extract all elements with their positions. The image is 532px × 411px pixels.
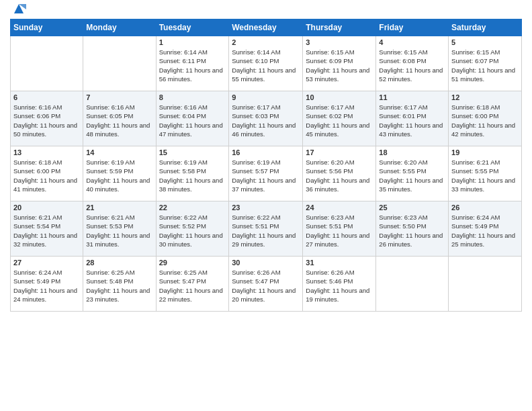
weekday-header: Saturday	[449, 19, 522, 36]
day-number: 15	[159, 148, 226, 156]
day-number: 5	[451, 38, 519, 46]
day-number: 14	[86, 148, 152, 156]
weekday-header: Sunday	[11, 19, 83, 36]
day-number: 13	[13, 148, 80, 156]
day-info: Sunrise: 6:18 AM Sunset: 6:00 PM Dayligh…	[13, 158, 80, 193]
day-number: 3	[306, 38, 373, 46]
day-number: 6	[13, 93, 80, 101]
day-number: 23	[232, 203, 300, 212]
weekday-header: Tuesday	[156, 19, 229, 36]
day-info: Sunrise: 6:15 AM Sunset: 6:09 PM Dayligh…	[306, 48, 373, 83]
day-info: Sunrise: 6:19 AM Sunset: 5:57 PM Dayligh…	[232, 158, 300, 193]
day-info: Sunrise: 6:21 AM Sunset: 5:55 PM Dayligh…	[451, 158, 519, 193]
calendar-cell: 4Sunrise: 6:15 AM Sunset: 6:08 PM Daylig…	[376, 36, 449, 91]
day-info: Sunrise: 6:24 AM Sunset: 5:49 PM Dayligh…	[451, 213, 519, 248]
calendar-cell: 3Sunrise: 6:15 AM Sunset: 6:09 PM Daylig…	[303, 36, 376, 91]
calendar-cell: 12Sunrise: 6:18 AM Sunset: 6:00 PM Dayli…	[449, 91, 522, 146]
day-number: 26	[451, 203, 519, 212]
calendar-cell: 6Sunrise: 6:16 AM Sunset: 6:06 PM Daylig…	[11, 91, 83, 146]
day-info: Sunrise: 6:23 AM Sunset: 5:51 PM Dayligh…	[306, 213, 373, 248]
day-number: 21	[86, 203, 152, 212]
calendar-cell: 11Sunrise: 6:17 AM Sunset: 6:01 PM Dayli…	[376, 91, 449, 146]
day-info: Sunrise: 6:17 AM Sunset: 6:03 PM Dayligh…	[232, 103, 300, 138]
header	[10, 7, 522, 15]
day-number: 2	[232, 38, 300, 46]
calendar-cell: 5Sunrise: 6:15 AM Sunset: 6:07 PM Daylig…	[449, 36, 522, 91]
day-info: Sunrise: 6:19 AM Sunset: 5:58 PM Dayligh…	[159, 158, 226, 193]
calendar-cell: 14Sunrise: 6:19 AM Sunset: 5:59 PM Dayli…	[83, 146, 156, 201]
day-info: Sunrise: 6:21 AM Sunset: 5:53 PM Dayligh…	[86, 213, 152, 248]
weekday-header: Wednesday	[229, 19, 303, 36]
day-info: Sunrise: 6:18 AM Sunset: 6:00 PM Dayligh…	[451, 103, 519, 138]
day-number: 20	[13, 203, 80, 212]
weekday-header: Thursday	[303, 19, 376, 36]
calendar-cell: 1Sunrise: 6:14 AM Sunset: 6:11 PM Daylig…	[156, 36, 229, 91]
day-number: 16	[232, 148, 300, 156]
day-number: 10	[306, 93, 373, 101]
day-number: 28	[86, 259, 152, 267]
calendar-cell: 2Sunrise: 6:14 AM Sunset: 6:10 PM Daylig…	[229, 36, 303, 91]
day-info: Sunrise: 6:15 AM Sunset: 6:07 PM Dayligh…	[451, 48, 519, 83]
calendar-cell: 8Sunrise: 6:16 AM Sunset: 6:04 PM Daylig…	[156, 91, 229, 146]
day-number: 11	[379, 93, 445, 101]
day-number: 27	[13, 259, 80, 267]
day-info: Sunrise: 6:14 AM Sunset: 6:11 PM Dayligh…	[159, 48, 226, 83]
calendar-cell: 28Sunrise: 6:25 AM Sunset: 5:48 PM Dayli…	[83, 257, 156, 312]
day-info: Sunrise: 6:23 AM Sunset: 5:50 PM Dayligh…	[379, 213, 445, 248]
calendar-cell: 21Sunrise: 6:21 AM Sunset: 5:53 PM Dayli…	[83, 201, 156, 257]
calendar-header-row: SundayMondayTuesdayWednesdayThursdayFrid…	[11, 19, 522, 36]
day-info: Sunrise: 6:24 AM Sunset: 5:49 PM Dayligh…	[13, 268, 80, 304]
day-info: Sunrise: 6:22 AM Sunset: 5:52 PM Dayligh…	[159, 213, 226, 248]
day-info: Sunrise: 6:26 AM Sunset: 5:47 PM Dayligh…	[232, 268, 300, 304]
calendar-cell: 22Sunrise: 6:22 AM Sunset: 5:52 PM Dayli…	[156, 201, 229, 257]
calendar-cell: 16Sunrise: 6:19 AM Sunset: 5:57 PM Dayli…	[229, 146, 303, 201]
calendar-cell: 31Sunrise: 6:26 AM Sunset: 5:46 PM Dayli…	[303, 257, 376, 312]
calendar-cell: 19Sunrise: 6:21 AM Sunset: 5:55 PM Dayli…	[449, 146, 522, 201]
calendar-cell: 20Sunrise: 6:21 AM Sunset: 5:54 PM Dayli…	[11, 201, 83, 257]
day-info: Sunrise: 6:20 AM Sunset: 5:55 PM Dayligh…	[379, 158, 445, 193]
day-info: Sunrise: 6:19 AM Sunset: 5:59 PM Dayligh…	[86, 158, 152, 193]
calendar-cell: 15Sunrise: 6:19 AM Sunset: 5:58 PM Dayli…	[156, 146, 229, 201]
calendar-cell	[83, 36, 156, 91]
logo	[10, 7, 26, 15]
day-number: 4	[379, 38, 445, 46]
calendar-cell: 13Sunrise: 6:18 AM Sunset: 6:00 PM Dayli…	[11, 146, 83, 201]
calendar-cell: 29Sunrise: 6:25 AM Sunset: 5:47 PM Dayli…	[156, 257, 229, 312]
calendar-cell	[449, 257, 522, 312]
weekday-header: Friday	[376, 19, 449, 36]
day-info: Sunrise: 6:16 AM Sunset: 6:05 PM Dayligh…	[86, 103, 152, 138]
calendar-week-row: 13Sunrise: 6:18 AM Sunset: 6:00 PM Dayli…	[11, 146, 522, 201]
page: SundayMondayTuesdayWednesdayThursdayFrid…	[0, 0, 532, 411]
calendar-cell: 30Sunrise: 6:26 AM Sunset: 5:47 PM Dayli…	[229, 257, 303, 312]
calendar-cell: 9Sunrise: 6:17 AM Sunset: 6:03 PM Daylig…	[229, 91, 303, 146]
calendar-cell: 17Sunrise: 6:20 AM Sunset: 5:56 PM Dayli…	[303, 146, 376, 201]
day-number: 18	[379, 148, 445, 156]
calendar-cell: 26Sunrise: 6:24 AM Sunset: 5:49 PM Dayli…	[449, 201, 522, 257]
day-info: Sunrise: 6:17 AM Sunset: 6:01 PM Dayligh…	[379, 103, 445, 138]
day-number: 8	[159, 93, 226, 101]
day-info: Sunrise: 6:17 AM Sunset: 6:02 PM Dayligh…	[306, 103, 373, 138]
day-info: Sunrise: 6:22 AM Sunset: 5:51 PM Dayligh…	[232, 213, 300, 248]
day-info: Sunrise: 6:16 AM Sunset: 6:04 PM Dayligh…	[159, 103, 226, 138]
day-number: 17	[306, 148, 373, 156]
calendar-week-row: 6Sunrise: 6:16 AM Sunset: 6:06 PM Daylig…	[11, 91, 522, 146]
day-number: 22	[159, 203, 226, 212]
day-info: Sunrise: 6:20 AM Sunset: 5:56 PM Dayligh…	[306, 158, 373, 193]
calendar-cell: 25Sunrise: 6:23 AM Sunset: 5:50 PM Dayli…	[376, 201, 449, 257]
day-info: Sunrise: 6:26 AM Sunset: 5:46 PM Dayligh…	[306, 268, 373, 304]
day-number: 9	[232, 93, 300, 101]
calendar-cell	[376, 257, 449, 312]
calendar-cell: 23Sunrise: 6:22 AM Sunset: 5:51 PM Dayli…	[229, 201, 303, 257]
calendar-cell: 24Sunrise: 6:23 AM Sunset: 5:51 PM Dayli…	[303, 201, 376, 257]
calendar-cell: 27Sunrise: 6:24 AM Sunset: 5:49 PM Dayli…	[11, 257, 83, 312]
day-number: 12	[451, 93, 519, 101]
day-number: 25	[379, 203, 445, 212]
calendar-cell: 18Sunrise: 6:20 AM Sunset: 5:55 PM Dayli…	[376, 146, 449, 201]
day-number: 1	[159, 38, 226, 46]
calendar-table: SundayMondayTuesdayWednesdayThursdayFrid…	[10, 19, 522, 312]
calendar-week-row: 1Sunrise: 6:14 AM Sunset: 6:11 PM Daylig…	[11, 36, 522, 91]
day-info: Sunrise: 6:15 AM Sunset: 6:08 PM Dayligh…	[379, 48, 445, 83]
day-number: 24	[306, 203, 373, 212]
weekday-header: Monday	[83, 19, 156, 36]
calendar-week-row: 20Sunrise: 6:21 AM Sunset: 5:54 PM Dayli…	[11, 201, 522, 257]
